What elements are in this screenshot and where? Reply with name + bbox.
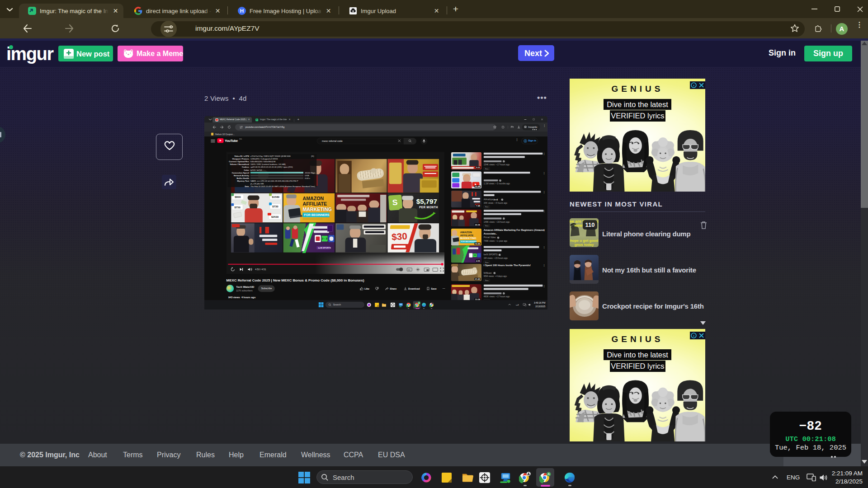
svg-text:H: H — [240, 8, 244, 14]
svg-text:hope u get good: hope u get good — [570, 239, 598, 243]
svg-text:A: A — [547, 472, 550, 475]
svg-text:gnus today: gnus today — [575, 243, 594, 247]
